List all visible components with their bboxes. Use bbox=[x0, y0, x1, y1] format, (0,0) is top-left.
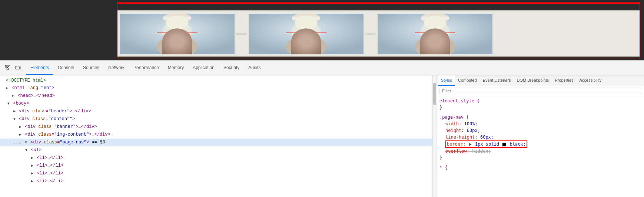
expand-html[interactable]: ▶ bbox=[6, 86, 8, 90]
tab-event-listeners[interactable]: Event Listeners bbox=[480, 75, 514, 86]
dom-line-page-nav[interactable]: ... ▼ <div class="page-nav"> == $0 bbox=[0, 139, 436, 146]
prop-width: width: 100%; bbox=[445, 121, 478, 126]
doctype-text: <!DOCTYPE html> bbox=[6, 78, 46, 83]
dom-panel: <!DOCTYPE html> ▶ <html lang="en"> ▶ <he… bbox=[0, 75, 436, 197]
expand-img-content[interactable]: ▶ bbox=[19, 133, 21, 137]
dom-line-li-3: ▶ <li>…</li> bbox=[0, 170, 436, 177]
expand-li-4[interactable]: ▶ bbox=[31, 179, 33, 183]
prop-line-height: line-height: 60px; bbox=[445, 135, 494, 140]
element-style-close: } bbox=[439, 105, 442, 110]
styles-panel: Styles Computed Event Listeners DOM Brea… bbox=[436, 75, 644, 197]
tab-styles[interactable]: Styles bbox=[438, 75, 455, 86]
tab-console[interactable]: Console bbox=[53, 61, 79, 75]
tab-accessibility[interactable]: Accessibility bbox=[577, 75, 605, 86]
expand-head[interactable]: ▶ bbox=[12, 94, 14, 98]
dom-line-li-2: ▶ <li>…</li> bbox=[0, 162, 436, 170]
prop-overflow: overflow: hidden; bbox=[445, 149, 491, 154]
tab-properties[interactable]: Properties bbox=[552, 75, 576, 86]
dom-line-header-div: ▶ <div class="header">…</div> bbox=[0, 108, 436, 115]
tab-sources[interactable]: Sources bbox=[79, 61, 104, 75]
tab-memory[interactable]: Memory bbox=[163, 61, 188, 75]
tab-application[interactable]: Application bbox=[188, 61, 219, 75]
tab-network[interactable]: Network bbox=[104, 61, 129, 75]
inspect-element-button[interactable] bbox=[3, 63, 13, 73]
dom-line-head: ▶ <head>…</head> bbox=[0, 92, 436, 100]
expand-page-nav[interactable]: ▼ bbox=[25, 140, 27, 145]
device-toolbar-button[interactable] bbox=[13, 63, 23, 73]
expand-header[interactable]: ▶ bbox=[13, 109, 16, 113]
dom-line-li-4: ▶ <li>…</li> bbox=[0, 177, 436, 185]
color-swatch-black[interactable] bbox=[502, 143, 506, 146]
expand-content[interactable]: ▼ bbox=[13, 117, 16, 121]
svg-rect-28 bbox=[16, 66, 19, 69]
styles-filter-input[interactable] bbox=[439, 88, 641, 94]
dom-line-img-content: ▶ <div class="img-content">…</div> bbox=[0, 131, 436, 139]
html-tag: <html bbox=[11, 85, 27, 91]
dom-line-li-1: ▶ <li>…</li> bbox=[0, 154, 436, 162]
devtools-icons bbox=[3, 63, 23, 73]
dom-line-ul: ▼ <ul> bbox=[0, 146, 436, 154]
expand-li-3[interactable]: ▶ bbox=[31, 171, 33, 176]
expand-banner[interactable]: ▶ bbox=[19, 125, 21, 129]
main-content: <!DOCTYPE html> ▶ <html lang="en"> ▶ <he… bbox=[0, 75, 644, 197]
tab-computed[interactable]: Computed bbox=[455, 75, 480, 86]
tab-performance[interactable]: Performance bbox=[129, 61, 163, 75]
dom-line-html: ▶ <html lang="en"> bbox=[0, 84, 436, 92]
dom-line-content-div: ▼ <div class="content"> bbox=[0, 115, 436, 123]
tab-dom-breakpoints[interactable]: DOM Breakpoints bbox=[514, 75, 552, 86]
tab-elements[interactable]: Elements bbox=[26, 61, 53, 75]
preview-red-outline bbox=[117, 2, 640, 58]
red-outline-top bbox=[117, 3, 640, 4]
tab-security[interactable]: Security bbox=[219, 61, 244, 75]
styles-filter bbox=[436, 86, 644, 96]
element-style-rule: element.style { } bbox=[439, 98, 641, 111]
dom-line-banner-div: ▶ <div class="banner">…</div> bbox=[0, 123, 436, 131]
ellipsis-dots: ... bbox=[13, 140, 21, 145]
dom-line-body: ▼ <body> bbox=[0, 100, 436, 108]
styles-content: element.style { } .page-nav { width: 100… bbox=[436, 96, 644, 197]
border-triangle-icon[interactable] bbox=[469, 143, 472, 146]
page-preview bbox=[0, 0, 644, 60]
page-nav-rule: .page-nav { width: 100%; height: 60px; l… bbox=[439, 114, 641, 161]
expand-li-2[interactable]: ▶ bbox=[31, 164, 33, 168]
page-nav-close: } bbox=[439, 155, 442, 160]
styles-tab-bar: Styles Computed Event Listeners DOM Brea… bbox=[436, 75, 644, 86]
dom-scrollbar-thumb[interactable] bbox=[433, 83, 436, 105]
element-style-selector: element.style { bbox=[439, 98, 479, 103]
expand-ul[interactable]: ▼ bbox=[25, 148, 27, 152]
prop-border: border: 1px solid black; bbox=[445, 142, 527, 147]
prop-height: height: 60px; bbox=[445, 128, 480, 133]
star-selector: * { bbox=[439, 165, 448, 170]
dom-line-doctype: <!DOCTYPE html> bbox=[0, 77, 436, 84]
svg-rect-29 bbox=[20, 67, 21, 69]
tab-audits[interactable]: Audits bbox=[244, 61, 265, 75]
star-rule: * { bbox=[439, 164, 641, 171]
expand-li-1[interactable]: ▶ bbox=[31, 156, 33, 160]
dom-scrollbar[interactable] bbox=[432, 75, 436, 197]
devtools-tab-bar: Elements Console Sources Network Perform… bbox=[26, 61, 641, 75]
page-nav-selector: .page-nav { bbox=[439, 115, 469, 120]
expand-body[interactable]: ▼ bbox=[7, 102, 10, 106]
devtools-toolbar: Elements Console Sources Network Perform… bbox=[0, 60, 644, 75]
